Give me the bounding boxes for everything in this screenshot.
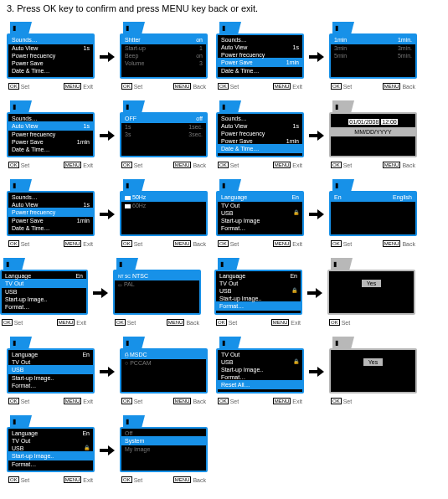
datetime-editor: ▮ 01/01/2008 12:00 MM/DD/YYYY OKSetMENUB… bbox=[329, 100, 417, 171]
arrow-icon bbox=[302, 287, 327, 299]
language-options: ▮ EnEnglish OKSetMENUBack bbox=[329, 179, 417, 250]
arrow-icon bbox=[304, 51, 329, 63]
menu2-language-selected: ▮ LanguageEn TV Out USB🔒 Start-up Image … bbox=[216, 179, 304, 250]
arrow-icon bbox=[304, 130, 329, 141]
menu-powerfreq-selected: ▮ Sounds… Auto View1s Power frecuency Po… bbox=[7, 179, 95, 250]
arrow-icon bbox=[95, 130, 120, 141]
menu-powersave-selected: ▮ Sounds… Auto View1s Power frecuency Po… bbox=[216, 22, 304, 92]
row-4: ▮ LanguageEn TV Out USB Start-up Image..… bbox=[0, 258, 441, 328]
row-5: ▮ LanguageEn TV Out USB Start-up Image..… bbox=[7, 337, 441, 407]
arrow-icon bbox=[304, 366, 329, 378]
menu-datetime-selected: ▮ Sounds… Auto View1s Power frecuency Po… bbox=[216, 100, 304, 171]
menu2-usb-selected: ▮ LanguageEn TV Out USB Start-up Image..… bbox=[7, 337, 95, 407]
arrow-icon bbox=[304, 208, 329, 220]
menu2-startup-selected: ▮ LanguageEn TV Out USB🔒 Start-up Image.… bbox=[7, 415, 95, 486]
menu2-resetall-selected: ▮ TV Out USB🔒 Start-up Image.. Format… R… bbox=[216, 337, 304, 407]
menu2-tvout-selected: ▮ LanguageEn TV Out USB Start-up Image..… bbox=[0, 258, 88, 328]
camera-icon: ▮ bbox=[13, 24, 16, 32]
instruction-text: 3. Press OK key to confirm and press MEN… bbox=[7, 3, 441, 13]
arrow-icon bbox=[95, 445, 120, 456]
powerfreq-options: ▮ 50Hz 60Hz OKSetMENUBack bbox=[120, 179, 208, 250]
menu2-format-selected: ▮ LanguageEn TV Out USB🔒 Start-up Image.… bbox=[214, 258, 302, 328]
menu-sounds-selected: ▮ Sounds… Auto View1s Power frecuency Po… bbox=[7, 22, 95, 92]
autoview-options: ▮ OFFoff 1s1sec. 3s3sec. OKSetMENUBack bbox=[120, 100, 208, 171]
arrow-icon bbox=[95, 51, 120, 63]
reset-confirm: ▮ Reset All… Yes NO OKSet bbox=[329, 337, 417, 407]
sounds-options: ▮ Shtteron Start-up1 Beepon Volume3 OKSe… bbox=[120, 22, 208, 92]
row-3: ▮ Sounds… Auto View1s Power frecuency Po… bbox=[7, 179, 441, 250]
usb-options: ▮ ⎙ MSDC ○ PCCAM OKSetMENUBack bbox=[120, 337, 208, 407]
startup-options: ▮ Off System My image OKSetMENUBack bbox=[120, 415, 208, 486]
row-2: ▮ Sounds… Auto View1s Power frecuency Po… bbox=[7, 100, 441, 171]
menu-autoview-selected: ▮ Sounds… Auto View1s Power frecuency Po… bbox=[7, 100, 95, 171]
format-confirm: ▮ Format… Yes NO OKSet bbox=[327, 258, 415, 328]
tvout-options: ▮ NT SC NTSC ▭ PAL OKSetMENUBack bbox=[113, 258, 201, 328]
arrow-icon bbox=[88, 287, 113, 299]
arrow-icon bbox=[95, 208, 120, 220]
powersave-options: ▮ 1min1min. 3min3min. 5min5min. OKSetMEN… bbox=[329, 22, 417, 92]
row-6: ▮ LanguageEn TV Out USB🔒 Start-up Image.… bbox=[7, 415, 441, 486]
row-1: ▮ Sounds… Auto View1s Power frecuency Po… bbox=[7, 22, 441, 92]
arrow-icon bbox=[95, 366, 120, 378]
